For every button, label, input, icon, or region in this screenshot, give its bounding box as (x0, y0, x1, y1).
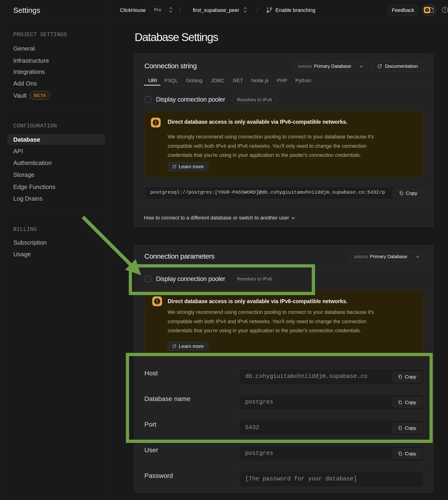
svg-text:?: ? (444, 8, 446, 12)
